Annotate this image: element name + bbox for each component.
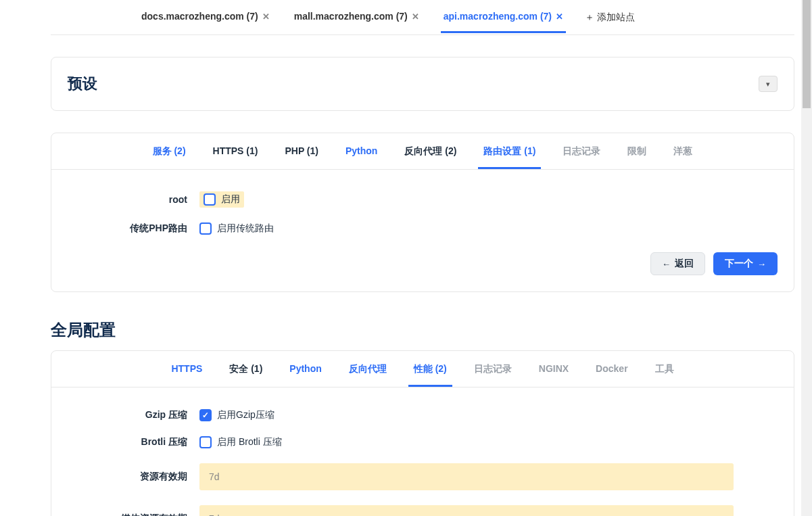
tab-routing[interactable]: 路由设置 (1) [478,133,541,169]
preset-inner-tabs: 服务 (2) HTTPS (1) PHP (1) Python 反向代理 (2)… [51,133,794,170]
checkbox-gzip-enable[interactable]: ✓ [199,409,212,421]
tab-global-security[interactable]: 安全 (1) [224,351,268,387]
plus-icon: ＋ [585,11,594,24]
close-icon[interactable]: ✕ [262,11,270,22]
check-icon: ✓ [202,411,209,420]
global-card: HTTPS 安全 (1) Python 反向代理 性能 (2) 日志记录 NGI… [51,350,794,516]
back-label: 返回 [675,258,694,270]
site-tab-label: api.macrozheng.com (7) [444,11,552,22]
tab-onion[interactable]: 洋葱 [668,133,698,169]
tab-global-python[interactable]: Python [284,351,327,387]
checkbox-php-route-enable[interactable] [199,222,212,235]
routing-card: 服务 (2) HTTPS (1) PHP (1) Python 反向代理 (2)… [51,133,794,292]
scrollbar-thumb[interactable] [803,0,811,108]
add-site-button[interactable]: ＋ 添加站点 [585,11,635,24]
checkbox-brotli-label: 启用 Brotli 压缩 [217,436,282,448]
tab-reverse-proxy[interactable]: 反向代理 (2) [399,133,462,169]
checkbox-root-enable[interactable] [204,193,216,206]
row-gzip: Gzip 压缩 ✓ 启用Gzip压缩 [68,409,778,421]
preset-card-title: 预设 [68,74,97,94]
tab-global-logging[interactable]: 日志记录 [469,351,517,387]
chevron-down-icon: ▾ [766,80,770,89]
tab-global-tools[interactable]: 工具 [650,351,679,387]
global-config-heading: 全局配置 [51,319,794,341]
tab-global-nginx[interactable]: NGINX [533,351,574,387]
tab-https[interactable]: HTTPS (1) [208,133,264,169]
site-tab-label: docs.macrozheng.com (7) [141,11,258,22]
label-gzip: Gzip 压缩 [68,409,199,421]
label-asset-expire: 资源有效期 [68,471,199,483]
label-php-route: 传统PHP路由 [68,222,199,235]
site-tab-api[interactable]: api.macrozheng.com (7) ✕ [441,1,566,33]
site-tab-mall[interactable]: mall.macrozheng.com (7) ✕ [291,1,422,33]
checkbox-php-route-label: 启用传统路由 [217,222,274,235]
vertical-scrollbar[interactable] [801,0,812,516]
site-tab-label: mall.macrozheng.com (7) [294,11,408,22]
row-asset-expire: 资源有效期 [68,463,778,490]
tab-global-performance[interactable]: 性能 (2) [408,351,452,387]
tab-global-docker[interactable]: Docker [590,351,633,387]
checkbox-gzip-label: 启用Gzip压缩 [217,409,274,421]
site-tab-docs[interactable]: docs.macrozheng.com (7) ✕ [139,1,272,33]
row-brotli: Brotli 压缩 启用 Brotli 压缩 [68,436,778,448]
label-root: root [68,194,199,205]
tab-logging[interactable]: 日志记录 [557,133,606,169]
add-site-label: 添加站点 [597,11,635,24]
collapse-button[interactable]: ▾ [759,76,778,92]
next-button[interactable]: 下一个 → [713,252,778,275]
routing-form: root 启用 传统PHP路由 启用传统路由 [51,170,794,252]
tab-global-reverse-proxy[interactable]: 反向代理 [343,351,392,387]
tab-php[interactable]: PHP (1) [279,133,324,169]
global-inner-tabs: HTTPS 安全 (1) Python 反向代理 性能 (2) 日志记录 NGI… [51,351,794,388]
close-icon[interactable]: ✕ [556,11,563,22]
label-media-expire: 媒体资源有效期 [68,513,199,516]
input-media-expire[interactable] [199,505,734,516]
checkbox-root-label: 启用 [221,193,240,206]
row-media-expire: 媒体资源有效期 [68,505,778,516]
input-asset-expire[interactable] [199,463,734,490]
site-tabs: docs.macrozheng.com (7) ✕ mall.macrozhen… [51,0,794,35]
tab-limit[interactable]: 限制 [622,133,652,169]
tab-global-https[interactable]: HTTPS [166,351,208,387]
tab-service[interactable]: 服务 (2) [147,133,191,169]
routing-buttons: ← 返回 下一个 → [51,252,794,291]
next-label: 下一个 [725,258,753,270]
arrow-right-icon: → [757,259,766,269]
close-icon[interactable]: ✕ [412,11,419,22]
checkbox-brotli-enable[interactable] [199,436,212,448]
preset-card: 预设 ▾ [51,57,794,111]
arrow-left-icon: ← [662,259,671,269]
back-button[interactable]: ← 返回 [650,252,705,275]
row-root: root 启用 [68,191,778,208]
tab-python[interactable]: Python [340,133,383,169]
row-php-route: 传统PHP路由 启用传统路由 [68,222,778,235]
preset-card-header: 预设 ▾ [51,57,794,110]
performance-form: Gzip 压缩 ✓ 启用Gzip压缩 Brotli 压缩 启用 Brotli 压… [51,388,794,516]
label-brotli: Brotli 压缩 [68,436,199,448]
